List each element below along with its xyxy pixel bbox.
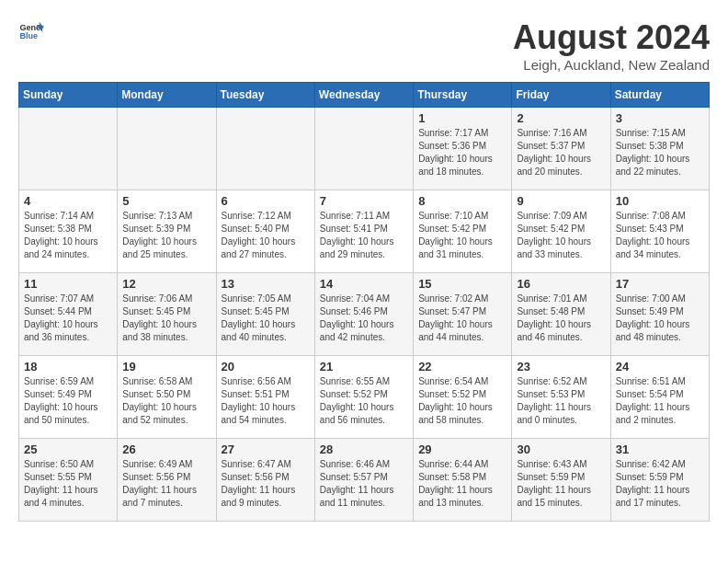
calendar-day-7: 7Sunrise: 7:11 AM Sunset: 5:41 PM Daylig… xyxy=(314,190,413,273)
calendar-day-16: 16Sunrise: 7:01 AM Sunset: 5:48 PM Dayli… xyxy=(512,273,610,356)
title-area: August 2024 Leigh, Auckland, New Zealand xyxy=(513,18,710,73)
day-info: Sunrise: 7:09 AM Sunset: 5:42 PM Dayligh… xyxy=(517,210,605,261)
day-info: Sunrise: 6:49 AM Sunset: 5:56 PM Dayligh… xyxy=(122,458,210,510)
day-info: Sunrise: 7:11 AM Sunset: 5:41 PM Dayligh… xyxy=(320,210,408,261)
calendar-day-5: 5Sunrise: 7:13 AM Sunset: 5:39 PM Daylig… xyxy=(118,190,216,273)
calendar-week-row: 18Sunrise: 6:59 AM Sunset: 5:49 PM Dayli… xyxy=(19,356,710,439)
day-number: 5 xyxy=(122,194,210,208)
calendar-day-20: 20Sunrise: 6:56 AM Sunset: 5:51 PM Dayli… xyxy=(216,356,314,439)
calendar-day-28: 28Sunrise: 6:46 AM Sunset: 5:57 PM Dayli… xyxy=(314,439,413,522)
calendar-day-14: 14Sunrise: 7:04 AM Sunset: 5:46 PM Dayli… xyxy=(314,273,413,356)
calendar-table: SundayMondayTuesdayWednesdayThursdayFrid… xyxy=(18,82,710,522)
day-number: 20 xyxy=(222,360,310,373)
day-number: 28 xyxy=(320,442,408,456)
calendar-day-27: 27Sunrise: 6:47 AM Sunset: 5:56 PM Dayli… xyxy=(216,439,314,522)
day-info: Sunrise: 6:42 AM Sunset: 5:59 PM Dayligh… xyxy=(616,458,704,510)
day-number: 21 xyxy=(320,360,408,373)
day-number: 16 xyxy=(517,277,605,291)
day-info: Sunrise: 6:47 AM Sunset: 5:56 PM Dayligh… xyxy=(222,458,310,510)
calendar-day-3: 3Sunrise: 7:15 AM Sunset: 5:38 PM Daylig… xyxy=(610,108,709,190)
day-number: 12 xyxy=(122,277,210,291)
day-number: 13 xyxy=(222,277,310,291)
day-number: 8 xyxy=(418,194,506,208)
day-number: 26 xyxy=(122,442,210,456)
location-subtitle: Leigh, Auckland, New Zealand xyxy=(513,57,710,73)
day-info: Sunrise: 6:59 AM Sunset: 5:49 PM Dayligh… xyxy=(24,375,112,427)
day-info: Sunrise: 6:58 AM Sunset: 5:50 PM Dayligh… xyxy=(122,375,210,427)
day-info: Sunrise: 7:07 AM Sunset: 5:44 PM Dayligh… xyxy=(24,293,112,344)
day-number: 10 xyxy=(616,194,704,208)
svg-text:Blue: Blue xyxy=(19,31,38,40)
day-number: 23 xyxy=(517,360,605,373)
day-info: Sunrise: 7:01 AM Sunset: 5:48 PM Dayligh… xyxy=(517,293,605,344)
day-info: Sunrise: 6:51 AM Sunset: 5:54 PM Dayligh… xyxy=(616,375,704,427)
logo: General Blue xyxy=(18,18,44,44)
column-header-monday: Monday xyxy=(118,83,216,108)
calendar-day-30: 30Sunrise: 6:43 AM Sunset: 5:59 PM Dayli… xyxy=(512,439,610,522)
calendar-day-26: 26Sunrise: 6:49 AM Sunset: 5:56 PM Dayli… xyxy=(118,439,216,522)
calendar-day-15: 15Sunrise: 7:02 AM Sunset: 5:47 PM Dayli… xyxy=(414,273,512,356)
day-info: Sunrise: 6:54 AM Sunset: 5:52 PM Dayligh… xyxy=(418,375,506,427)
calendar-day-9: 9Sunrise: 7:09 AM Sunset: 5:42 PM Daylig… xyxy=(512,190,610,273)
day-info: Sunrise: 7:00 AM Sunset: 5:49 PM Dayligh… xyxy=(616,293,704,344)
day-number: 18 xyxy=(24,360,112,373)
day-number: 29 xyxy=(418,442,506,456)
day-number: 25 xyxy=(24,442,112,456)
calendar-empty-cell xyxy=(118,108,216,190)
calendar-day-10: 10Sunrise: 7:08 AM Sunset: 5:43 PM Dayli… xyxy=(610,190,709,273)
calendar-week-row: 11Sunrise: 7:07 AM Sunset: 5:44 PM Dayli… xyxy=(19,273,710,356)
day-info: Sunrise: 6:56 AM Sunset: 5:51 PM Dayligh… xyxy=(222,375,310,427)
column-header-saturday: Saturday xyxy=(610,83,709,108)
day-number: 22 xyxy=(418,360,506,373)
calendar-day-8: 8Sunrise: 7:10 AM Sunset: 5:42 PM Daylig… xyxy=(414,190,512,273)
calendar-day-23: 23Sunrise: 6:52 AM Sunset: 5:53 PM Dayli… xyxy=(512,356,610,439)
day-info: Sunrise: 6:50 AM Sunset: 5:55 PM Dayligh… xyxy=(24,458,112,510)
day-number: 2 xyxy=(517,111,605,125)
day-info: Sunrise: 7:13 AM Sunset: 5:39 PM Dayligh… xyxy=(122,210,210,261)
calendar-empty-cell xyxy=(314,108,413,190)
calendar-day-19: 19Sunrise: 6:58 AM Sunset: 5:50 PM Dayli… xyxy=(118,356,216,439)
day-number: 17 xyxy=(616,277,704,291)
column-header-thursday: Thursday xyxy=(414,83,512,108)
day-info: Sunrise: 6:43 AM Sunset: 5:59 PM Dayligh… xyxy=(517,458,605,510)
calendar-day-4: 4Sunrise: 7:14 AM Sunset: 5:38 PM Daylig… xyxy=(19,190,118,273)
day-number: 24 xyxy=(616,360,704,373)
calendar-day-17: 17Sunrise: 7:00 AM Sunset: 5:49 PM Dayli… xyxy=(610,273,709,356)
day-number: 19 xyxy=(122,360,210,373)
calendar-header-row: SundayMondayTuesdayWednesdayThursdayFrid… xyxy=(19,83,710,108)
calendar-day-31: 31Sunrise: 6:42 AM Sunset: 5:59 PM Dayli… xyxy=(610,439,709,522)
day-number: 1 xyxy=(418,111,506,125)
logo-icon: General Blue xyxy=(18,18,44,44)
column-header-tuesday: Tuesday xyxy=(216,83,314,108)
calendar-day-18: 18Sunrise: 6:59 AM Sunset: 5:49 PM Dayli… xyxy=(19,356,118,439)
day-info: Sunrise: 6:46 AM Sunset: 5:57 PM Dayligh… xyxy=(320,458,408,510)
calendar-day-25: 25Sunrise: 6:50 AM Sunset: 5:55 PM Dayli… xyxy=(19,439,118,522)
day-info: Sunrise: 7:14 AM Sunset: 5:38 PM Dayligh… xyxy=(24,210,112,261)
day-number: 27 xyxy=(222,442,310,456)
calendar-day-24: 24Sunrise: 6:51 AM Sunset: 5:54 PM Dayli… xyxy=(610,356,709,439)
day-info: Sunrise: 7:16 AM Sunset: 5:37 PM Dayligh… xyxy=(517,127,605,178)
calendar-day-6: 6Sunrise: 7:12 AM Sunset: 5:40 PM Daylig… xyxy=(216,190,314,273)
calendar-day-21: 21Sunrise: 6:55 AM Sunset: 5:52 PM Dayli… xyxy=(314,356,413,439)
day-info: Sunrise: 7:12 AM Sunset: 5:40 PM Dayligh… xyxy=(222,210,310,261)
day-info: Sunrise: 7:04 AM Sunset: 5:46 PM Dayligh… xyxy=(320,293,408,344)
column-header-sunday: Sunday xyxy=(19,83,118,108)
day-number: 15 xyxy=(418,277,506,291)
calendar-day-29: 29Sunrise: 6:44 AM Sunset: 5:58 PM Dayli… xyxy=(414,439,512,522)
calendar-week-row: 25Sunrise: 6:50 AM Sunset: 5:55 PM Dayli… xyxy=(19,439,710,522)
day-info: Sunrise: 6:52 AM Sunset: 5:53 PM Dayligh… xyxy=(517,375,605,427)
calendar-day-12: 12Sunrise: 7:06 AM Sunset: 5:45 PM Dayli… xyxy=(118,273,216,356)
day-number: 31 xyxy=(616,442,704,456)
calendar-day-1: 1Sunrise: 7:17 AM Sunset: 5:36 PM Daylig… xyxy=(414,108,512,190)
calendar-week-row: 1Sunrise: 7:17 AM Sunset: 5:36 PM Daylig… xyxy=(19,108,710,190)
page-header: General Blue August 2024 Leigh, Auckland… xyxy=(18,18,710,73)
day-info: Sunrise: 6:55 AM Sunset: 5:52 PM Dayligh… xyxy=(320,375,408,427)
day-number: 30 xyxy=(517,442,605,456)
calendar-week-row: 4Sunrise: 7:14 AM Sunset: 5:38 PM Daylig… xyxy=(19,190,710,273)
day-info: Sunrise: 7:05 AM Sunset: 5:45 PM Dayligh… xyxy=(222,293,310,344)
calendar-day-13: 13Sunrise: 7:05 AM Sunset: 5:45 PM Dayli… xyxy=(216,273,314,356)
day-info: Sunrise: 7:06 AM Sunset: 5:45 PM Dayligh… xyxy=(122,293,210,344)
day-number: 3 xyxy=(616,111,704,125)
day-number: 7 xyxy=(320,194,408,208)
calendar-day-2: 2Sunrise: 7:16 AM Sunset: 5:37 PM Daylig… xyxy=(512,108,610,190)
